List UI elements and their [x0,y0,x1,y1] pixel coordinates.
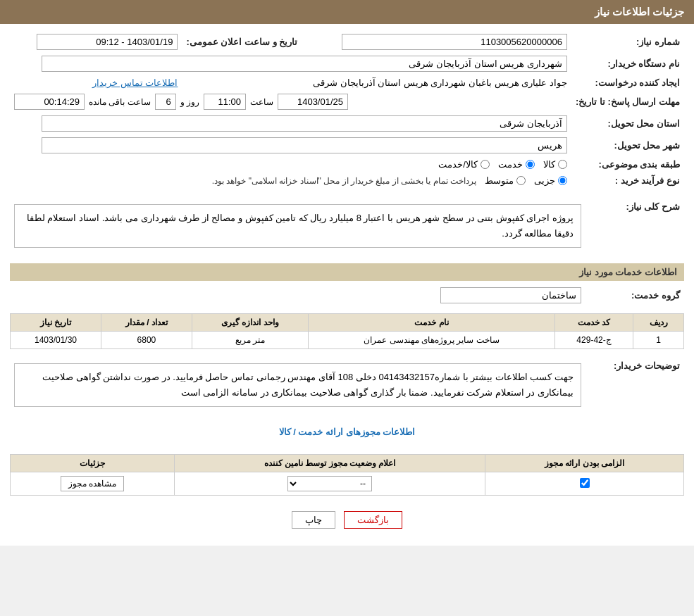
back-button[interactable]: بازگشت [344,511,402,529]
col-header-date: تاریخ نیاز [11,314,101,332]
buyer-org-label: نام دستگاه خریدار: [571,53,684,75]
info-table: شماره نیاز: 1103005620000006 تاریخ و ساع… [10,31,684,189]
service-group-label: گروه خدمت: [585,284,684,306]
purchase-type-partial-radio[interactable] [558,176,567,185]
city-row: شهر محل تحویل: هریس [10,134,684,156]
permits-table-body: -- مشاهده مجوز [11,472,684,496]
permits-header-row: الزامی بودن ارائه مجوز اعلام وضعیت مجوز … [11,455,684,472]
cell-service-name: ساخت سایر پروژه‌های مهندسی عمران [308,332,554,349]
purchase-type-medium-radio[interactable] [516,176,526,185]
deadline-time-field: 11:00 [204,94,246,110]
category-radio-product-item: کالا [543,159,567,170]
province-row: استان محل تحویل: آذربایجان شرقی [10,113,684,134]
page-wrapper: جزئیات اطلاعات نیاز شماره نیاز: 11030056… [0,0,694,546]
requester-label: ایجاد کننده درخواست: [571,75,684,91]
services-section-title: اطلاعات خدمات مورد نیاز [10,263,684,281]
cell-unit: متر مربع [192,332,308,349]
category-radio-service-item: خدمت [498,159,535,170]
category-radio-service[interactable] [526,160,535,169]
category-label: طبقه بندی موضوعی: [571,156,684,172]
cell-quantity: 6800 [101,332,192,349]
permit-status-cell: -- [174,472,485,496]
content-area: شماره نیاز: 1103005620000006 تاریخ و ساع… [0,24,694,546]
permits-table-head: الزامی بودن ارائه مجوز اعلام وضعیت مجوز … [11,455,684,472]
table-row: -- مشاهده مجوز [11,472,684,496]
view-permit-button[interactable]: مشاهده مجوز [61,476,124,491]
permit-col-details: جزئیات [11,455,175,472]
service-group-table: گروه خدمت: ساختمان [10,284,684,306]
buyer-notes-table: توضیحات خریدار: جهت کسب اطلاعات بیشتر با… [10,355,684,415]
contact-link-cell: اطلاعات تماس خریدار [10,75,182,91]
deadline-value: 00:14:29 ساعت باقی مانده 6 روز و 11:00 س… [10,91,571,113]
description-row: شرح کلی نیاز: پروژه اجرای کفپوش بتنی در … [10,196,684,256]
purchase-type-row: نوع فرآیند خرید : پرداخت تمام یا بخشی از… [10,172,684,189]
permits-table: الزامی بودن ارائه مجوز اعلام وضعیت مجوز … [10,454,684,496]
need-number-label: شماره نیاز: [571,31,684,53]
col-header-unit: واحد اندازه گیری [192,314,308,332]
contact-link[interactable]: اطلاعات تماس خریدار [92,77,178,88]
buyer-org-row: نام دستگاه خریدار: شهرداری هریس استان آذ… [10,53,684,75]
province-label: استان محل تحویل: [571,113,684,134]
city-label: شهر محل تحویل: [571,134,684,156]
category-radios: کالا/خدمت خدمت کالا [10,156,571,172]
services-table: ردیف کد خدمت نام خدمت واحد اندازه گیری ت… [10,313,684,349]
page-header: جزئیات اطلاعات نیاز [0,0,694,24]
purchase-type-partial-label: جزیی [534,175,555,186]
city-field: هریس [42,137,567,153]
service-group-field: ساختمان [440,287,581,303]
col-header-quantity: تعداد / مقدار [101,314,192,332]
announce-date-label: تاریخ و ساعت اعلان عمومی: [182,31,302,53]
purchase-type-medium-item: متوسط [485,175,526,186]
permit-required-checkbox[interactable] [580,478,590,488]
cell-row-num: 1 [633,332,684,349]
category-row: طبقه بندی موضوعی: کالا/خدمت خدمت کالا [10,156,684,172]
deadline-time-label: ساعت [250,97,273,107]
requester-row: ایجاد کننده درخواست: جواد علیاری هریس با… [10,75,684,91]
deadline-days-label: روز و [180,97,199,107]
deadline-remaining-label: ساعت باقی مانده [89,97,151,107]
col-header-service-name: نام خدمت [308,314,554,332]
buyer-notes-value: جهت کسب اطلاعات بیشتر با شماره0414343215… [10,355,585,415]
cell-service-code: ج-42-429 [555,332,633,349]
deadline-label: مهلت ارسال پاسخ: تا تاریخ: [571,91,684,113]
cell-date: 1403/01/30 [11,332,101,349]
deadline-days-field: 6 [155,94,176,110]
print-button[interactable]: چاپ [292,511,335,529]
purchase-type-label: نوع فرآیند خرید : [571,172,684,189]
deadline-date-field: 1403/01/25 [278,94,348,110]
description-value: پروژه اجرای کفپوش بتنی در سطح شهر هریس ب… [10,196,585,256]
services-table-body: 1 ج-42-429 ساخت سایر پروژه‌های مهندسی عم… [11,332,684,349]
deadline-row-inner: 00:14:29 ساعت باقی مانده 6 روز و 11:00 س… [14,94,567,110]
buyer-org-value: شهرداری هریس استان آذربایجان شرقی [10,53,571,75]
deadline-remaining-field: 00:14:29 [14,94,85,110]
service-group-row: گروه خدمت: ساختمان [10,284,684,306]
description-table: شرح کلی نیاز: پروژه اجرای کفپوش بتنی در … [10,196,684,256]
category-radio-both[interactable] [481,160,490,169]
purchase-type-note: پرداخت تمام یا بخشی از مبلغ خریدار از مح… [212,176,476,186]
need-number-value: 1103005620000006 [302,31,571,53]
col-header-row-num: ردیف [633,314,684,332]
deadline-row: مهلت ارسال پاسخ: تا تاریخ: 00:14:29 ساعت… [10,91,684,113]
spacer [10,441,684,448]
bottom-buttons: بازگشت چاپ [10,501,684,539]
col-header-service-code: کد خدمت [555,314,633,332]
city-value: هریس [10,134,571,156]
announce-date-field: 1403/01/19 - 09:12 [37,34,178,50]
category-radio-service-label: خدمت [498,159,523,170]
province-field: آذربایجان شرقی [42,115,567,132]
description-label: شرح کلی نیاز: [585,196,684,256]
buyer-notes-label: توضیحات خریدار: [585,355,684,415]
permit-status-select[interactable]: -- [287,476,372,491]
category-radio-both-item: کالا/خدمت [438,159,490,170]
services-header-row: ردیف کد خدمت نام خدمت واحد اندازه گیری ت… [11,314,684,332]
page-title: جزئیات اطلاعات نیاز [595,6,684,18]
permit-col-status: اعلام وضعیت مجوز توسط نامین کننده [174,455,485,472]
description-box: پروژه اجرای کفپوش بتنی در سطح شهر هریس ب… [14,204,581,248]
permits-section-title: اطلاعات مجوزهای ارائه خدمت / کالا [10,422,684,441]
purchase-type-radio-group: پرداخت تمام یا بخشی از مبلغ خریدار از مح… [14,175,567,186]
category-radio-product[interactable] [558,160,567,169]
services-table-head: ردیف کد خدمت نام خدمت واحد اندازه گیری ت… [11,314,684,332]
province-value: آذربایجان شرقی [10,113,571,134]
category-radio-product-label: کالا [543,159,555,170]
permit-details-cell: مشاهده مجوز [11,472,175,496]
